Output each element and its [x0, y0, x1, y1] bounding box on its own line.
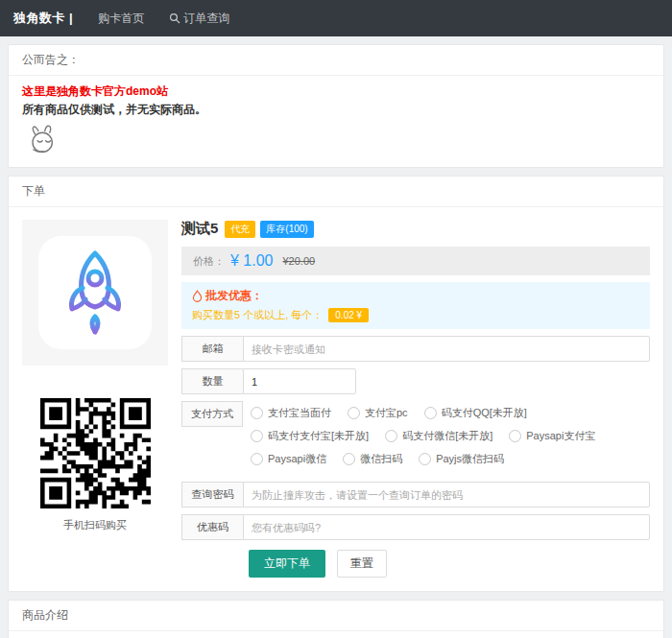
radio-icon[interactable]	[251, 453, 263, 465]
payment-options: 支付宝当面付支付宝pc码支付QQ[未开放]码支付支付宝[未开放]码支付微信[未开…	[251, 401, 612, 475]
payment-method-row: 支付方式 支付宝当面付支付宝pc码支付QQ[未开放]码支付支付宝[未开放]码支付…	[181, 401, 650, 475]
payment-option-label: 码支付支付宝[未开放]	[268, 429, 369, 443]
product-badge: 代充	[225, 221, 255, 238]
radio-icon[interactable]	[385, 430, 397, 442]
payment-method-label: 支付方式	[181, 401, 243, 427]
product-media-column: 手机扫码购买	[22, 220, 168, 578]
page: 独角数卡 | 购卡首页 订单查询 公而告之： 这里是独角数卡官方demo站 所有…	[0, 0, 672, 638]
payment-option[interactable]: 支付宝当面付	[251, 406, 331, 420]
payment-option[interactable]: 码支付支付宝[未开放]	[251, 429, 369, 443]
original-price: ¥20.00	[282, 255, 315, 267]
radio-icon[interactable]	[348, 407, 360, 419]
announcement-line2: 所有商品仅供测试，并无实际商品。	[22, 103, 650, 117]
wholesale-title: 批发优惠：	[205, 288, 263, 304]
wholesale-title-row: 批发优惠：	[192, 288, 639, 304]
announcement-card: 公而告之： 这里是独角数卡官方demo站 所有商品仅供测试，并无实际商品。	[8, 44, 664, 168]
payment-option[interactable]: Payjs微信扫码	[419, 452, 504, 466]
product-name: 测试5	[181, 220, 218, 238]
payment-option-label: 码支付QQ[未开放]	[442, 406, 527, 420]
nav-item-home[interactable]: 购卡首页	[98, 11, 144, 27]
product-badges: 代充库存(100)	[225, 221, 318, 238]
payment-option-label: 码支付微信[未开放]	[402, 429, 492, 443]
email-label: 邮箱	[181, 336, 243, 362]
product-detail-header: 商品介绍	[9, 601, 663, 631]
payment-option-label: Payjs微信扫码	[436, 452, 504, 466]
payment-option[interactable]: 码支付微信[未开放]	[385, 429, 492, 443]
order-header: 下单	[9, 177, 663, 207]
product-badge: 库存(100)	[260, 221, 313, 238]
rabbit-emoticon	[22, 123, 650, 159]
payment-option[interactable]: Paysapi微信	[251, 452, 326, 466]
nav-item-home-label: 购卡首页	[98, 11, 144, 27]
main-content: 公而告之： 这里是独角数卡官方demo站 所有商品仅供测试，并无实际商品。	[0, 36, 672, 638]
navbar: 独角数卡 | 购卡首页 订单查询	[0, 0, 672, 36]
site-brand[interactable]: 独角数卡 |	[13, 10, 73, 27]
qr-caption: 手机扫码购买	[22, 518, 168, 532]
product-title-row: 测试5 代充库存(100)	[181, 220, 650, 238]
wholesale-desc-row: 购买数量5 个或以上, 每个： 0.02 ¥	[192, 308, 639, 322]
email-input[interactable]	[243, 336, 650, 362]
coupon-row: 优惠码	[181, 514, 650, 540]
coupon-input[interactable]	[243, 514, 650, 540]
quantity-input[interactable]	[243, 368, 356, 394]
price-row: 价格： ¥ 1.00 ¥20.00	[181, 247, 650, 275]
product-detail-card: 商品介绍 测试测试	[8, 600, 664, 638]
price-label: 价格：	[193, 254, 225, 269]
payment-option-label: Paysapi支付宝	[526, 429, 595, 443]
radio-icon[interactable]	[424, 407, 437, 419]
radio-icon[interactable]	[251, 407, 263, 419]
announcement-line1: 这里是独角数卡官方demo站	[22, 84, 650, 99]
nav-item-order-query-label: 订单查询	[183, 11, 229, 27]
radio-icon[interactable]	[251, 430, 263, 442]
payment-option[interactable]: 码支付QQ[未开放]	[424, 406, 527, 420]
radio-icon[interactable]	[343, 453, 355, 465]
radio-icon[interactable]	[509, 430, 521, 442]
email-row: 邮箱	[181, 336, 650, 362]
submit-order-button[interactable]: 立即下单	[249, 550, 325, 578]
announcement-header: 公而告之：	[9, 45, 663, 76]
flame-icon	[192, 290, 203, 302]
query-password-label: 查询密码	[181, 482, 243, 508]
product-detail-content: 测试测试	[9, 631, 663, 638]
form-actions: 立即下单 重置	[249, 550, 650, 578]
quantity-row: 数量	[181, 368, 356, 394]
payment-option-label: 支付宝当面付	[268, 406, 331, 420]
price-value: ¥ 1.00	[230, 252, 273, 270]
query-password-input[interactable]	[243, 482, 650, 508]
order-card: 下单	[8, 176, 664, 592]
coupon-label: 优惠码	[181, 514, 243, 540]
product-image	[22, 220, 168, 366]
wholesale-price-badge: 0.02 ¥	[328, 308, 369, 322]
rocket-icon	[38, 236, 152, 349]
payment-option[interactable]: 支付宝pc	[348, 406, 408, 420]
quantity-label: 数量	[181, 368, 243, 394]
payment-option-label: Paysapi微信	[268, 452, 326, 466]
payment-option[interactable]: Paysapi支付宝	[509, 429, 595, 443]
qr-code	[22, 398, 168, 508]
wholesale-desc: 购买数量5 个或以上, 每个：	[192, 308, 323, 322]
search-icon	[169, 12, 180, 24]
announcement-body: 这里是独角数卡官方demo站 所有商品仅供测试，并无实际商品。	[9, 76, 663, 167]
nav-item-order-query[interactable]: 订单查询	[169, 11, 229, 27]
payment-option-label: 支付宝pc	[365, 406, 408, 420]
radio-icon[interactable]	[419, 453, 431, 465]
query-password-row: 查询密码	[181, 482, 650, 508]
reset-button[interactable]: 重置	[337, 550, 387, 578]
payment-option[interactable]: 微信扫码	[343, 452, 402, 466]
product-info-column: 测试5 代充库存(100) 价格： ¥ 1.00 ¥20.00	[181, 220, 650, 578]
wholesale-alert: 批发优惠： 购买数量5 个或以上, 每个： 0.02 ¥	[181, 282, 650, 329]
order-body: 手机扫码购买 测试5 代充库存(100) 价格： ¥ 1.00 ¥20.00	[9, 207, 663, 591]
payment-option-label: 微信扫码	[360, 452, 402, 466]
